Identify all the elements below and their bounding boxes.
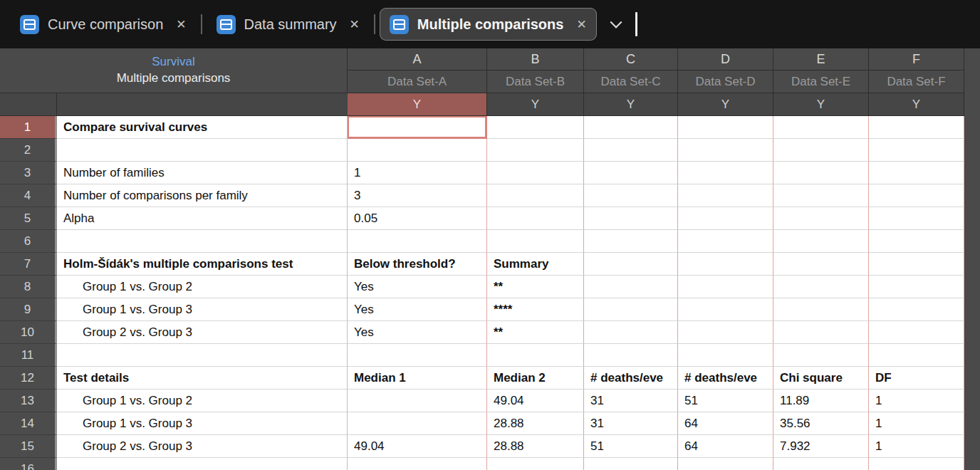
row-label-8[interactable]: Group 1 vs. Group 2	[57, 276, 348, 298]
dataset-header-C[interactable]: Data Set-C	[584, 70, 678, 93]
row-label-9[interactable]: Group 1 vs. Group 3	[57, 298, 348, 321]
cell-B16[interactable]	[487, 458, 584, 470]
close-icon[interactable]: ✕	[176, 19, 186, 31]
cell-D8[interactable]	[678, 276, 773, 298]
cell-C16[interactable]	[584, 458, 678, 470]
cell-B14[interactable]: 28.88	[487, 412, 584, 435]
row-number-11[interactable]: 11	[0, 344, 57, 367]
cell-F6[interactable]	[869, 230, 964, 253]
cell-C6[interactable]	[584, 230, 678, 253]
cell-E15[interactable]: 7.932	[773, 435, 869, 458]
row-label-1[interactable]: Compare survival curves	[57, 116, 348, 139]
cell-D15[interactable]: 64	[678, 435, 773, 458]
row-number-3[interactable]: 3	[0, 162, 57, 184]
cell-E11[interactable]	[773, 344, 869, 367]
cell-D2[interactable]	[678, 139, 773, 162]
cell-A7[interactable]: Below threshold?	[348, 253, 487, 276]
cell-D7[interactable]	[678, 253, 773, 276]
cell-A8[interactable]: Yes	[348, 276, 487, 298]
y-header-C[interactable]: Y	[584, 93, 678, 116]
cell-E16[interactable]	[773, 458, 869, 470]
cell-D4[interactable]	[678, 184, 773, 207]
cell-A5[interactable]: 0.05	[348, 207, 487, 230]
cell-C11[interactable]	[584, 344, 678, 367]
cell-D16[interactable]	[678, 458, 773, 470]
cell-F1[interactable]	[869, 116, 964, 139]
cell-E4[interactable]	[773, 184, 869, 207]
column-header-C[interactable]: C	[584, 48, 678, 70]
tab-multiple-comparisons[interactable]: Multiple comparisons ✕	[380, 8, 597, 41]
cell-F8[interactable]	[869, 276, 964, 298]
cell-C3[interactable]	[584, 162, 678, 184]
cell-E10[interactable]	[773, 321, 869, 344]
cell-E7[interactable]	[773, 253, 869, 276]
cell-F4[interactable]	[869, 184, 964, 207]
cell-C4[interactable]	[584, 184, 678, 207]
cell-E3[interactable]	[773, 162, 869, 184]
cell-F9[interactable]	[869, 298, 964, 321]
column-header-E[interactable]: E	[773, 48, 869, 70]
dataset-header-E[interactable]: Data Set-E	[773, 70, 869, 93]
close-icon[interactable]: ✕	[576, 19, 586, 31]
cell-A9[interactable]: Yes	[348, 298, 487, 321]
row-label-2[interactable]	[57, 139, 348, 162]
cell-C2[interactable]	[584, 139, 678, 162]
cell-F13[interactable]: 1	[869, 390, 964, 412]
row-label-11[interactable]	[57, 344, 348, 367]
cell-F7[interactable]	[869, 253, 964, 276]
cell-E5[interactable]	[773, 207, 869, 230]
y-header-D[interactable]: Y	[678, 93, 773, 116]
row-number-9[interactable]: 9	[0, 298, 57, 321]
cell-B11[interactable]	[487, 344, 584, 367]
row-number-13[interactable]: 13	[0, 390, 57, 412]
row-label-3[interactable]: Number of families	[57, 162, 348, 184]
row-label-6[interactable]	[57, 230, 348, 253]
cell-B10[interactable]: **	[487, 321, 584, 344]
cell-B7[interactable]: Summary	[487, 253, 584, 276]
row-number-5[interactable]: 5	[0, 207, 57, 230]
y-header-B[interactable]: Y	[487, 93, 584, 116]
cell-C10[interactable]	[584, 321, 678, 344]
row-number-15[interactable]: 15	[0, 435, 57, 458]
row-label-16[interactable]	[57, 458, 348, 470]
cell-C8[interactable]	[584, 276, 678, 298]
cell-F5[interactable]	[869, 207, 964, 230]
cell-F14[interactable]: 1	[869, 412, 964, 435]
cell-F2[interactable]	[869, 139, 964, 162]
cell-D3[interactable]	[678, 162, 773, 184]
cell-E8[interactable]	[773, 276, 869, 298]
cell-F12[interactable]: DF	[869, 367, 964, 390]
cell-D6[interactable]	[678, 230, 773, 253]
cell-F11[interactable]	[869, 344, 964, 367]
cell-A16[interactable]	[348, 458, 487, 470]
cell-A15[interactable]: 49.04	[348, 435, 487, 458]
row-label-13[interactable]: Group 1 vs. Group 2	[57, 390, 348, 412]
cell-A10[interactable]: Yes	[348, 321, 487, 344]
column-header-F[interactable]: F	[869, 48, 964, 70]
tab-data-summary[interactable]: Data summary ✕	[207, 8, 370, 41]
column-header-D[interactable]: D	[678, 48, 773, 70]
cell-F10[interactable]	[869, 321, 964, 344]
row-label-5[interactable]: Alpha	[57, 207, 348, 230]
cell-D10[interactable]	[678, 321, 773, 344]
row-label-12[interactable]: Test details	[57, 367, 348, 390]
cell-F15[interactable]: 1	[869, 435, 964, 458]
row-number-8[interactable]: 8	[0, 276, 57, 298]
cell-E1[interactable]	[773, 116, 869, 139]
cell-B13[interactable]: 49.04	[487, 390, 584, 412]
cell-C9[interactable]	[584, 298, 678, 321]
row-number-1[interactable]: 1	[0, 116, 57, 139]
row-label-15[interactable]: Group 2 vs. Group 3	[57, 435, 348, 458]
cell-E14[interactable]: 35.56	[773, 412, 869, 435]
cell-E12[interactable]: Chi square	[773, 367, 869, 390]
cell-B6[interactable]	[487, 230, 584, 253]
cell-F3[interactable]	[869, 162, 964, 184]
cell-B4[interactable]	[487, 184, 584, 207]
cell-B8[interactable]: **	[487, 276, 584, 298]
cell-D5[interactable]	[678, 207, 773, 230]
row-label-7[interactable]: Holm-Šídák's multiple comparisons test	[57, 253, 348, 276]
y-header-F[interactable]: Y	[869, 93, 964, 116]
cell-D14[interactable]: 64	[678, 412, 773, 435]
cell-D9[interactable]	[678, 298, 773, 321]
cell-D1[interactable]	[678, 116, 773, 139]
